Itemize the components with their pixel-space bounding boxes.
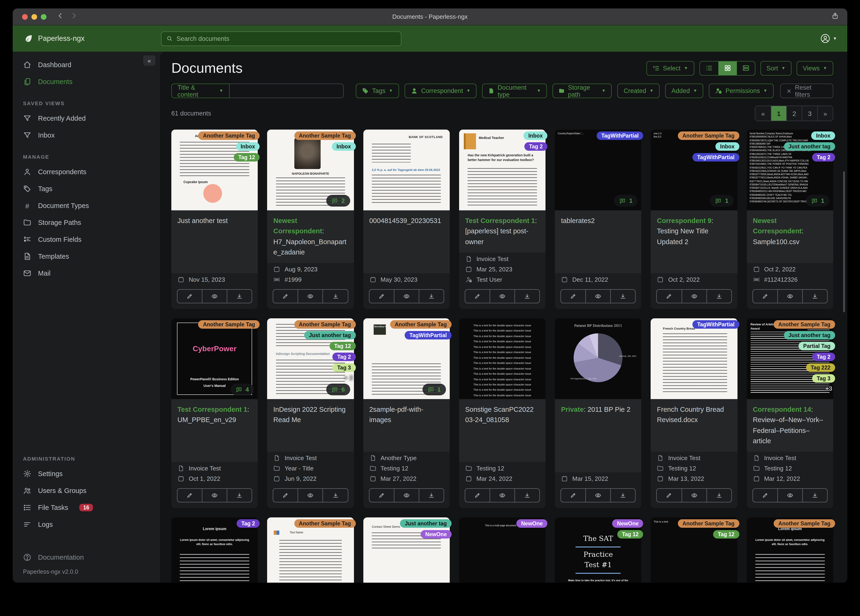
document-thumbnail[interactable]: Contact Sheet DemoJust another tagNewOne <box>363 517 450 583</box>
comment-count-badge[interactable]: 1 <box>806 195 830 207</box>
document-title[interactable]: 2sample-pdf-with-images <box>363 399 450 452</box>
tag-pill[interactable]: Tag 222 <box>806 363 835 372</box>
view-button[interactable] <box>585 290 610 303</box>
document-thumbnail[interactable]: Patient BP Distribution 2011Normal, 150,… <box>555 318 642 399</box>
comment-count-badge[interactable]: 4 <box>231 383 254 395</box>
pagination-page-2[interactable]: 2 <box>786 106 802 121</box>
document-thumbnail[interactable]: The SATPracticeTest #1Make time to take … <box>555 517 642 583</box>
filter-storage-path-button[interactable]: Storage path▼ <box>553 83 612 98</box>
app-brand[interactable]: Paperless-ngx <box>24 34 161 43</box>
download-button[interactable] <box>227 290 252 303</box>
document-title[interactable]: tablerates2 <box>555 211 642 273</box>
download-button[interactable] <box>227 489 252 502</box>
tag-pill[interactable]: Tag 3 <box>333 363 356 372</box>
view-button[interactable] <box>298 489 323 502</box>
document-thumbnail[interactable]: Lorem ipsumLorem ipsum dolor sit amet, c… <box>171 517 258 583</box>
tag-pill[interactable]: Just another tag <box>784 142 835 151</box>
tag-pill[interactable]: Inbox <box>236 142 260 151</box>
reset-filters-button[interactable]: Reset filters <box>780 83 833 98</box>
edit-button[interactable] <box>465 290 490 303</box>
tag-pill[interactable]: Partial Tag <box>799 342 835 350</box>
view-button[interactable] <box>777 290 802 303</box>
download-button[interactable] <box>802 489 827 502</box>
tag-pill[interactable]: Inbox <box>524 132 547 140</box>
tag-pill[interactable]: TagWithPartial <box>692 153 739 162</box>
view-button[interactable] <box>681 489 706 502</box>
tag-pill[interactable]: Inbox <box>332 142 356 151</box>
tag-pill[interactable]: TagWithPartial <box>405 331 452 339</box>
sidebar-item-storage-paths[interactable]: Storage Paths <box>13 214 160 231</box>
comment-count-badge[interactable]: 1 <box>710 195 733 207</box>
document-title[interactable]: Newest Correspondent: Sample100.csv <box>747 211 833 263</box>
edit-button[interactable] <box>273 290 298 303</box>
view-button[interactable] <box>202 290 227 303</box>
view-grid-button[interactable] <box>718 61 736 75</box>
tag-pill[interactable]: Inbox <box>716 142 739 151</box>
document-thumbnail[interactable]: Lorem ipsumLorem ipsum dolor sit amet, c… <box>747 517 833 583</box>
document-thumbnail[interactable]: Adobe Acrobat PDF FilesCupcake ipsumAnot… <box>171 130 258 211</box>
tag-pill[interactable]: Just another tag <box>304 331 356 339</box>
download-button[interactable] <box>515 290 539 303</box>
sort-button[interactable]: Sort▼ <box>760 61 791 75</box>
pagination-next-button[interactable]: » <box>817 106 833 121</box>
tag-pill[interactable]: NewOne <box>516 519 547 528</box>
tag-pill[interactable]: NewOne <box>421 530 452 539</box>
view-button[interactable] <box>490 489 515 502</box>
document-thumbnail[interactable]: Review of Arbitral Awards Certainty of A… <box>747 318 833 399</box>
correspondent-link[interactable]: Test Correspondent 1 <box>465 217 535 225</box>
download-button[interactable] <box>419 290 444 303</box>
document-title[interactable]: Sonstige ScanPC2022 03-24_081058 <box>459 399 546 462</box>
title-content-dropdown[interactable]: Title & content▼ <box>171 83 229 98</box>
view-button[interactable] <box>202 489 227 502</box>
sidebar-item-mail[interactable]: Mail <box>13 265 160 282</box>
sidebar-item-document-types[interactable]: #Document Types <box>13 197 160 214</box>
correspondent-link[interactable]: Private <box>561 405 584 413</box>
tag-pill[interactable]: Tag 2 <box>812 153 835 162</box>
filter-added-button[interactable]: Added▼ <box>665 83 703 98</box>
tag-pill[interactable]: Tag 12 <box>330 342 356 350</box>
tag-pill[interactable]: Tag 2 <box>524 142 547 151</box>
view-detail-button[interactable] <box>736 61 755 75</box>
view-button[interactable] <box>394 290 419 303</box>
document-thumbnail[interactable]: BANK OF SCOTLAND2,0 % p. a. auf Ihr Tage… <box>363 130 450 211</box>
tag-pill[interactable]: TagWithPartial <box>596 132 643 140</box>
tag-pill[interactable]: Another Sample Tag <box>294 519 356 528</box>
edit-button[interactable] <box>369 290 394 303</box>
document-thumbnail[interactable]: French Country BreadTagWithPartial <box>651 318 738 399</box>
download-button[interactable] <box>802 290 827 303</box>
tag-pill[interactable]: Another Sample Tag <box>198 132 260 140</box>
select-button[interactable]: Select▼ <box>647 61 694 75</box>
edit-button[interactable] <box>561 489 585 502</box>
edit-button[interactable] <box>177 489 202 502</box>
edit-button[interactable] <box>177 290 202 303</box>
tag-pill[interactable]: Just another tag <box>400 519 452 528</box>
filter-document-type-button[interactable]: Document type▼ <box>482 83 547 98</box>
tag-pill[interactable]: TagWithPartial <box>692 320 739 328</box>
correspondent-link[interactable]: Newest Correspondent <box>753 217 802 235</box>
comment-count-badge[interactable]: 1 <box>614 195 637 207</box>
comment-count-badge[interactable]: 2 <box>326 195 350 207</box>
filter-correspondent-button[interactable]: Correspondent▼ <box>405 83 477 98</box>
edit-button[interactable] <box>369 489 394 502</box>
download-button[interactable] <box>610 489 636 502</box>
document-thumbnail[interactable]: Boundary Waters TripAnother Sample TagTa… <box>363 318 450 399</box>
sidebar-item-recently-added[interactable]: Recently Added <box>13 110 160 127</box>
comment-count-badge[interactable]: 6 <box>326 383 350 395</box>
correspondent-link[interactable]: Correspondent 9 <box>657 217 711 225</box>
views-button[interactable]: Views▼ <box>797 61 833 75</box>
share-icon[interactable] <box>831 12 839 21</box>
edit-button[interactable] <box>657 290 681 303</box>
document-thumbnail[interactable]: Country,Region/State,"…TagWithPartial1 <box>555 130 642 211</box>
download-button[interactable] <box>706 489 731 502</box>
tag-pill[interactable]: Tag 2 <box>237 519 260 528</box>
document-thumbnail[interactable]: Test NameAnother Sample Tag <box>267 517 354 583</box>
document-title[interactable]: InDesign 2022 Scripting Read Me <box>267 399 354 452</box>
tag-pill[interactable]: Another Sample Tag <box>294 132 356 140</box>
tag-pill[interactable]: Tag 12 <box>234 153 260 162</box>
sidebar-item-documentation[interactable]: Documentation <box>13 549 160 566</box>
tag-pill[interactable]: Tag 12 <box>713 530 739 539</box>
comment-count-badge[interactable]: 1 <box>422 383 446 395</box>
view-button[interactable] <box>585 489 610 502</box>
sidebar-item-documents[interactable]: Documents <box>13 73 160 90</box>
document-thumbnail[interactable]: InDesign Scripting DocumentationAnother … <box>267 318 354 399</box>
